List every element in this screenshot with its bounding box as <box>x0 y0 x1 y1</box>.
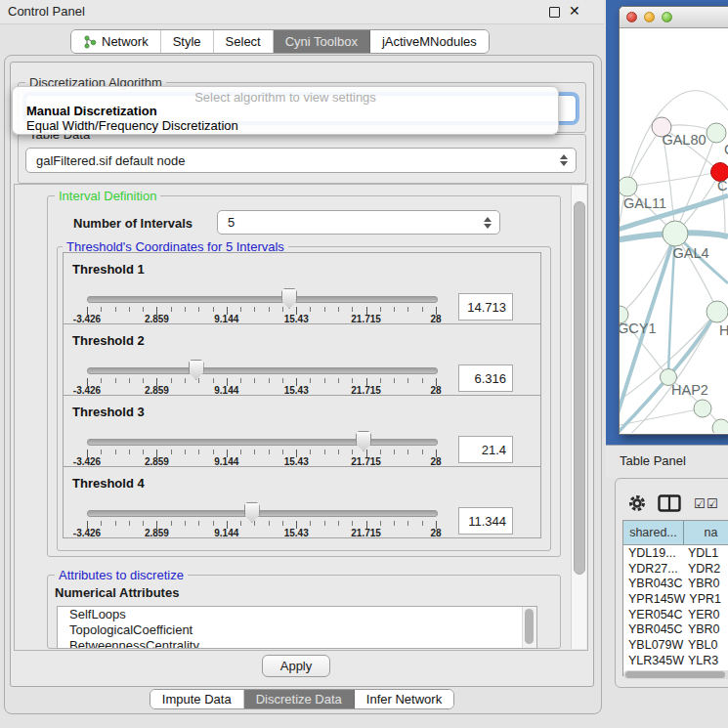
table-row[interactable]: YER054CYER0 <box>623 607 728 622</box>
tab-label: Infer Network <box>366 692 442 707</box>
threshold-value-field[interactable]: 11.344 <box>458 507 513 535</box>
table-row[interactable]: YBL079WYBL0 <box>623 637 728 653</box>
table-rows: YDL19...YDL1YDR27...YDR2YBR043CYBR0YPR14… <box>623 545 728 676</box>
scrollbar-thumb[interactable] <box>525 609 534 644</box>
network-node-label: C <box>717 178 727 193</box>
network-canvas[interactable]: GAL80GACGAL11GAL4GCY1HHAP2 <box>620 27 728 433</box>
apply-button[interactable]: Apply <box>262 655 330 677</box>
table-data-combobox-value: galFiltered.sif default node <box>26 153 557 168</box>
list-scrollbar[interactable] <box>522 607 536 648</box>
panel-title: Control Panel <box>8 4 85 19</box>
cyni-bottom-tabs: Impute Data Discretize Data Infer Networ… <box>0 689 604 709</box>
tab-label: Style <box>173 34 201 49</box>
network-node-label: GAL80 <box>662 132 706 148</box>
tab-infer-network[interactable]: Infer Network <box>355 690 453 708</box>
network-node-label: HAP2 <box>671 382 708 398</box>
threshold-value-field[interactable]: 21.4 <box>458 436 513 463</box>
number-of-intervals-label: Number of Intervals <box>73 216 193 231</box>
scrollbar-thumb[interactable] <box>574 201 585 575</box>
tab-label: jActiveMNodules <box>382 34 477 49</box>
control-panel-titlebar: Control Panel ✕ <box>0 0 604 24</box>
network-node-label: GCY1 <box>620 321 657 336</box>
number-of-intervals-combobox[interactable]: 5 <box>217 210 500 235</box>
numerical-attributes-label: Numerical Attributes <box>55 585 179 600</box>
algorithm-popup: Select algorithm to view settings Manual… <box>12 86 559 135</box>
popup-option-equal-width[interactable]: Equal Width/Frequency Discretization <box>26 118 238 133</box>
close-icon[interactable]: ✕ <box>569 3 580 19</box>
table-data-combobox[interactable]: galFiltered.sif default node <box>25 148 577 173</box>
table-panel-card: ☑ ☑ shared... na YDL19...YDL1YDR27...YDR… <box>615 478 728 688</box>
network-window-titlebar[interactable] <box>620 7 728 28</box>
control-panel-tabs: Network Style Select Cyni Toolbox jActiv… <box>70 29 490 54</box>
slider-track[interactable] <box>87 439 438 446</box>
node-attribute-table: shared... na YDL19...YDL1YDR27...YDR2YBR… <box>622 520 728 676</box>
tab-label: Network <box>102 34 149 49</box>
network-node[interactable] <box>712 419 728 433</box>
threshold-panel: Threshold 4 -3.4262.8599.14415.4321.7152… <box>63 466 541 538</box>
tab-style[interactable]: Style <box>161 30 214 53</box>
attr-items: SelfLoopsTopologicalCoefficientBetweenne… <box>58 607 536 649</box>
network-node[interactable] <box>707 301 728 322</box>
tab-label: Cyni Toolbox <box>285 34 358 49</box>
horizontal-scrollbar[interactable] <box>623 670 728 679</box>
table-row[interactable]: YLR345WYLR3 <box>623 653 728 668</box>
attribute-list-item[interactable]: BetweennessCentrality <box>58 638 536 649</box>
float-window-icon[interactable] <box>549 7 560 18</box>
attributes-group-label: Attributes to discretize <box>55 568 188 582</box>
popup-placeholder-option[interactable]: Select algorithm to view settings <box>13 90 558 105</box>
tab-label: Impute Data <box>162 692 232 707</box>
network-icon <box>83 35 97 49</box>
tab-label: Discretize Data <box>256 692 342 707</box>
number-of-intervals-value: 5 <box>218 215 481 230</box>
tab-cyni-toolbox[interactable]: Cyni Toolbox <box>274 30 370 53</box>
popup-option-manual[interactable]: Manual Discretization <box>26 104 157 118</box>
attribute-list-item[interactable]: TopologicalCoefficient <box>58 622 536 638</box>
tab-jactivemnodules[interactable]: jActiveMNodules <box>370 30 489 53</box>
close-traffic-light-icon[interactable] <box>626 12 637 22</box>
network-node[interactable] <box>694 400 711 417</box>
tab-select[interactable]: Select <box>214 30 274 53</box>
network-node[interactable] <box>620 177 637 196</box>
network-node-label: GAL11 <box>623 195 666 211</box>
thresholds-stack: Threshold 1 -3.4262.8599.14415.4321.7152… <box>63 253 541 538</box>
threshold-value-field[interactable]: 14.713 <box>458 293 513 321</box>
network-node-label: GAL4 <box>672 245 708 261</box>
checkbox-icon[interactable]: ☑ <box>707 497 718 510</box>
gear-icon[interactable] <box>627 493 647 513</box>
split-table-icon[interactable] <box>658 494 681 512</box>
tab-network[interactable]: Network <box>71 30 161 53</box>
column-header-shared-name[interactable]: shared... <box>623 521 684 544</box>
threshold-panel: Threshold 3 -3.4262.8599.14415.4321.7152… <box>63 395 541 467</box>
stepper-arrows-icon <box>557 154 571 166</box>
scrollbar-thumb[interactable] <box>625 671 725 678</box>
zoom-traffic-light-icon[interactable] <box>662 12 672 22</box>
numerical-attributes-list: SelfLoopsTopologicalCoefficientBetweenne… <box>57 606 537 649</box>
network-node[interactable] <box>707 123 726 143</box>
table-row[interactable]: YDL19...YDL1 <box>623 545 728 561</box>
tab-impute-data[interactable]: Impute Data <box>150 690 244 708</box>
threshold-value-field[interactable]: 6.316 <box>458 364 513 392</box>
vertical-scrollbar[interactable] <box>571 186 586 649</box>
threshold-panel: Threshold 1 -3.4262.8599.14415.4321.7152… <box>63 252 541 324</box>
table-row[interactable]: YBR045CYBR0 <box>623 621 728 637</box>
stepper-arrows-icon <box>481 217 494 229</box>
checkbox-icon[interactable]: ☑ <box>694 497 706 510</box>
table-panel-title: Table Panel <box>620 453 686 468</box>
network-node[interactable] <box>663 221 688 246</box>
table-header-row: shared... na <box>623 521 728 545</box>
attribute-list-item[interactable]: SelfLoops <box>58 607 536 622</box>
minimize-traffic-light-icon[interactable] <box>644 12 655 22</box>
slider-track[interactable] <box>87 367 438 374</box>
column-header-name[interactable]: na <box>684 521 728 544</box>
table-row[interactable]: YDR27...YDR2 <box>623 561 728 577</box>
threshold-panel: Threshold 2 -3.4262.8599.14415.4321.7152… <box>63 323 541 396</box>
network-view-window[interactable]: GAL80GACGAL11GAL4GCY1HHAP2 <box>619 6 728 435</box>
slider-track[interactable] <box>87 296 438 303</box>
network-node-label: H <box>719 322 728 338</box>
table-row[interactable]: YPR145WYPR1 <box>623 591 728 607</box>
tab-discretize-data[interactable]: Discretize Data <box>244 690 355 708</box>
table-row[interactable]: YBR043CYBR0 <box>623 576 728 591</box>
tab-label: Select <box>226 34 261 49</box>
slider-track[interactable] <box>87 510 438 517</box>
network-node-label: GA <box>724 142 728 157</box>
